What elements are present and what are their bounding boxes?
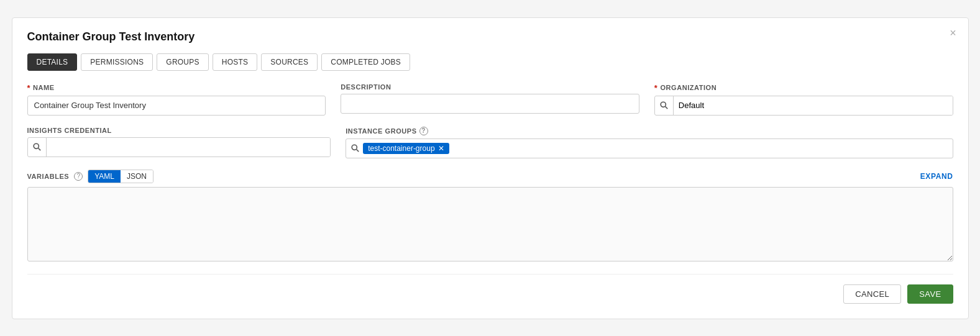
organization-input-wrapper xyxy=(654,96,953,116)
modal-container: × Container Group Test Inventory DETAILS… xyxy=(12,17,969,319)
instance-groups-search-button[interactable] xyxy=(350,144,360,152)
form-section: * NAME DESCRIPTION * ORGANIZATION xyxy=(27,83,953,261)
svg-line-3 xyxy=(38,148,40,151)
description-input[interactable] xyxy=(341,94,639,114)
save-button[interactable]: SAVE xyxy=(907,284,953,304)
tab-completed-jobs[interactable]: COMPLETED JOBS xyxy=(321,53,410,71)
insights-credential-group: INSIGHTS CREDENTIAL xyxy=(27,127,331,157)
name-required-star: * xyxy=(27,83,31,93)
svg-point-0 xyxy=(661,102,666,107)
variables-header: VARIABLES ? YAML JSON EXPAND xyxy=(27,170,953,183)
tag-label: test-container-group xyxy=(368,144,434,153)
description-group: DESCRIPTION xyxy=(341,83,639,114)
svg-point-2 xyxy=(34,143,39,148)
form-row-2: INSIGHTS CREDENTIAL INSTANCE GROUPS ? xyxy=(27,127,953,158)
instance-groups-group: INSTANCE GROUPS ? test-container-group ✕ xyxy=(346,127,953,158)
insights-credential-input[interactable] xyxy=(47,138,331,157)
insights-search-button[interactable] xyxy=(28,138,47,157)
tag-remove-button[interactable]: ✕ xyxy=(438,145,444,152)
insights-credential-input-wrapper xyxy=(27,137,331,157)
instance-groups-input-wrapper: test-container-group ✕ xyxy=(346,138,953,158)
cancel-button[interactable]: CANCEL xyxy=(843,284,901,304)
tab-bar: DETAILS PERMISSIONS GROUPS HOSTS SOURCES… xyxy=(27,53,953,71)
search-icon xyxy=(351,144,359,152)
tab-groups[interactable]: GROUPS xyxy=(157,53,208,71)
json-toggle-button[interactable]: JSON xyxy=(121,170,153,183)
yaml-toggle-button[interactable]: YAML xyxy=(88,170,121,183)
instance-groups-label: INSTANCE GROUPS ? xyxy=(346,127,953,135)
variables-help-icon[interactable]: ? xyxy=(74,172,83,181)
expand-button[interactable]: EXPAND xyxy=(920,172,953,181)
instance-groups-help-icon[interactable]: ? xyxy=(419,127,428,135)
tab-permissions[interactable]: PERMISSIONS xyxy=(81,53,153,71)
tab-hosts[interactable]: HOSTS xyxy=(213,53,258,71)
variables-mode-toggle: YAML JSON xyxy=(88,170,153,183)
name-label: * NAME xyxy=(27,83,326,93)
modal-title: Container Group Test Inventory xyxy=(27,30,953,43)
variables-label-row: VARIABLES ? YAML JSON xyxy=(27,170,154,183)
name-input[interactable] xyxy=(27,96,326,116)
organization-group: * ORGANIZATION xyxy=(654,83,953,116)
tab-sources[interactable]: SOURCES xyxy=(261,53,318,71)
search-icon xyxy=(33,143,41,151)
insights-credential-label: INSIGHTS CREDENTIAL xyxy=(27,127,331,134)
form-row-1: * NAME DESCRIPTION * ORGANIZATION xyxy=(27,83,953,116)
footer: CANCEL SAVE xyxy=(27,274,953,304)
svg-point-4 xyxy=(352,145,357,150)
svg-line-1 xyxy=(665,107,667,109)
variables-label: VARIABLES xyxy=(27,173,70,180)
variables-section: VARIABLES ? YAML JSON EXPAND xyxy=(27,170,953,261)
svg-line-5 xyxy=(357,150,359,152)
name-group: * NAME xyxy=(27,83,326,116)
org-required-star: * xyxy=(654,83,658,93)
organization-label: * ORGANIZATION xyxy=(654,83,953,93)
search-icon xyxy=(660,101,668,109)
organization-input[interactable] xyxy=(674,96,953,115)
organization-search-button[interactable] xyxy=(655,96,674,115)
close-modal-button[interactable]: × xyxy=(947,27,959,39)
description-label: DESCRIPTION xyxy=(341,83,639,91)
instance-groups-tag: test-container-group ✕ xyxy=(363,143,449,154)
variables-textarea[interactable] xyxy=(27,187,953,261)
tab-details[interactable]: DETAILS xyxy=(27,53,78,71)
